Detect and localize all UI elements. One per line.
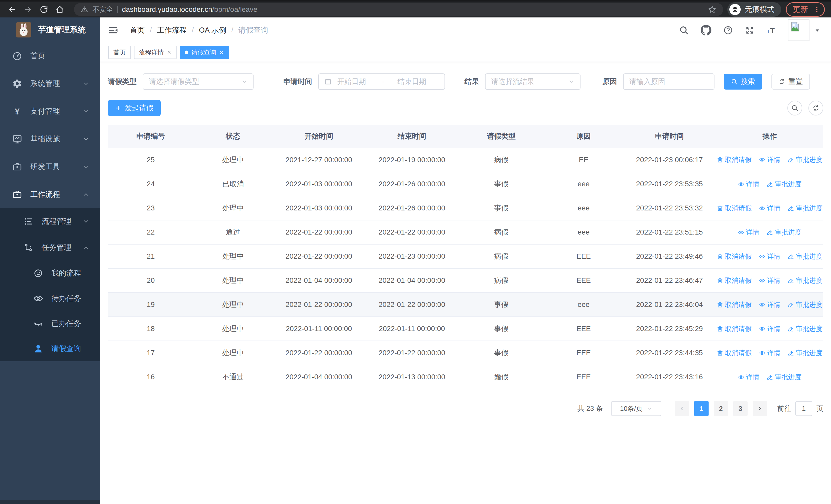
eye-icon: [32, 293, 44, 304]
action-progress-link[interactable]: 审批进度: [787, 349, 823, 357]
sidebar-item-system[interactable]: 系统管理: [0, 70, 100, 97]
update-label: 更新: [793, 4, 808, 15]
pen-icon: [787, 301, 794, 308]
fullscreen-icon[interactable]: [745, 25, 754, 35]
sidebar-item-my-process[interactable]: 我的流程: [0, 261, 100, 286]
action-label: 审批进度: [796, 252, 823, 261]
breadcrumb-item: 请假查询: [238, 25, 268, 35]
caret-down-icon[interactable]: [814, 27, 821, 34]
cell-actions: 详情审批进度: [716, 365, 823, 389]
sidebar-item-leave-query[interactable]: 请假查询: [0, 336, 100, 361]
action-detail-link[interactable]: 详情: [759, 155, 780, 164]
font-size-icon[interactable]: TT: [766, 25, 776, 35]
table-refresh-button[interactable]: [808, 100, 823, 116]
cell-reason: eee: [544, 196, 623, 220]
action-detail-link[interactable]: 详情: [738, 373, 760, 382]
leave-table: 申请编号状态开始时间结束时间请假类型原因申请时间操作 25处理中2021-12-…: [108, 125, 823, 389]
user-avatar[interactable]: [788, 20, 821, 41]
page-button-1[interactable]: 1: [694, 401, 709, 416]
close-icon[interactable]: [167, 50, 171, 55]
create-leave-button[interactable]: 发起请假: [108, 100, 161, 116]
leave-type-select[interactable]: 请选择请假类型: [143, 73, 254, 90]
action-progress-link[interactable]: 审批进度: [787, 276, 823, 285]
action-progress-link[interactable]: 审批进度: [767, 373, 801, 382]
search-button[interactable]: 搜索: [724, 73, 762, 90]
close-icon[interactable]: [219, 50, 224, 55]
action-progress-link[interactable]: 审批进度: [787, 155, 823, 164]
breadcrumb-item[interactable]: 首页: [130, 25, 145, 35]
action-progress-link[interactable]: 审批进度: [767, 180, 801, 188]
help-icon[interactable]: [723, 25, 733, 35]
action-cancel-link[interactable]: 取消请假: [717, 204, 752, 213]
action-progress-link[interactable]: 审批进度: [787, 324, 823, 333]
sidebar-item-process-mgmt[interactable]: 流程管理: [0, 208, 100, 235]
date-end-placeholder: 结束日期: [398, 77, 439, 87]
cell-applied: 2022-01-22 23:53:35: [623, 172, 716, 196]
app-logo[interactable]: 芋道管理系统: [0, 18, 100, 42]
sidebar-item-workflow[interactable]: 工作流程: [0, 181, 100, 208]
action-cancel-link[interactable]: 取消请假: [717, 276, 752, 285]
action-detail-link[interactable]: 详情: [738, 180, 760, 188]
result-select[interactable]: 请选择流结果: [485, 73, 580, 90]
action-progress-link[interactable]: 审批进度: [787, 300, 823, 309]
action-progress-link[interactable]: 审批进度: [787, 252, 823, 261]
action-detail-link[interactable]: 详情: [759, 252, 780, 261]
action-detail-link[interactable]: 详情: [738, 228, 760, 237]
action-cancel-link[interactable]: 取消请假: [717, 300, 752, 309]
browser-reload-button[interactable]: [38, 4, 50, 16]
tab-leave-query[interactable]: 请假查询: [180, 46, 229, 59]
header-search-icon[interactable]: [679, 25, 689, 35]
page-size-select[interactable]: 10条/页: [611, 401, 661, 416]
next-page-button[interactable]: [753, 401, 767, 416]
bookmark-star-icon[interactable]: [708, 5, 717, 14]
action-progress-link[interactable]: 审批进度: [787, 204, 823, 213]
cell-actions: 取消请假详情审批进度: [716, 293, 823, 317]
tab-process-detail[interactable]: 流程详情: [134, 46, 177, 59]
page-button-2[interactable]: 2: [714, 401, 728, 416]
browser-home-button[interactable]: [54, 4, 66, 16]
action-detail-link[interactable]: 详情: [759, 276, 780, 285]
browser-update-button[interactable]: 更新: [786, 2, 825, 17]
avatar[interactable]: [788, 20, 809, 41]
calendar-icon: [324, 78, 332, 85]
table-search-toggle-button[interactable]: [787, 100, 802, 116]
sidebar-item-done-tasks[interactable]: 已办任务: [0, 311, 100, 336]
address-bar[interactable]: 不安全 dashboard.yudao.iocoder.cn/bpm/oa/le…: [74, 3, 723, 16]
action-progress-link[interactable]: 审批进度: [767, 228, 801, 237]
sidebar-item-task-mgmt[interactable]: 任务管理: [0, 235, 100, 261]
cell-id: 25: [108, 148, 194, 172]
reason-input[interactable]: [629, 78, 708, 86]
url-text[interactable]: dashboard.yudao.iocoder.cn/bpm/oa/leave: [122, 5, 257, 13]
prev-page-button[interactable]: [675, 401, 689, 416]
breadcrumb-item[interactable]: OA 示例: [199, 25, 226, 35]
page-button-3[interactable]: 3: [733, 401, 748, 416]
security-label[interactable]: 不安全: [92, 5, 113, 14]
tab-home[interactable]: 首页: [108, 46, 131, 59]
github-icon[interactable]: [700, 25, 711, 36]
sidebar-collapse-button[interactable]: [108, 25, 119, 36]
reset-button[interactable]: 重置: [771, 73, 810, 90]
action-detail-link[interactable]: 详情: [759, 300, 780, 309]
sidebar-item-payment[interactable]: ¥支付管理: [0, 97, 100, 125]
forward-icon: [23, 5, 33, 14]
sidebar-item-devtools[interactable]: 研发工具: [0, 153, 100, 181]
action-cancel-link[interactable]: 取消请假: [717, 324, 752, 333]
goto-page-input[interactable]: [795, 401, 812, 416]
browser-forward-button[interactable]: [22, 4, 34, 16]
action-detail-link[interactable]: 详情: [759, 349, 780, 357]
browser-back-button[interactable]: [6, 4, 18, 16]
breadcrumb-item[interactable]: 工作流程: [157, 25, 187, 35]
action-cancel-link[interactable]: 取消请假: [717, 155, 752, 164]
cell-type: 事假: [458, 172, 544, 196]
action-detail-link[interactable]: 详情: [759, 324, 780, 333]
kebab-menu-icon[interactable]: [813, 6, 821, 13]
sidebar-item-todo-tasks[interactable]: 待办任务: [0, 286, 100, 311]
apply-time-range-picker[interactable]: 开始日期 - 结束日期: [318, 73, 445, 90]
sidebar-item-infra[interactable]: 基础设施: [0, 125, 100, 153]
sidebar-item-home[interactable]: 首页: [0, 42, 100, 70]
cell-id: 24: [108, 172, 194, 196]
url-host: dashboard.yudao.iocoder.cn: [122, 5, 212, 13]
action-cancel-link[interactable]: 取消请假: [717, 349, 752, 357]
action-cancel-link[interactable]: 取消请假: [717, 252, 752, 261]
action-detail-link[interactable]: 详情: [759, 204, 780, 213]
